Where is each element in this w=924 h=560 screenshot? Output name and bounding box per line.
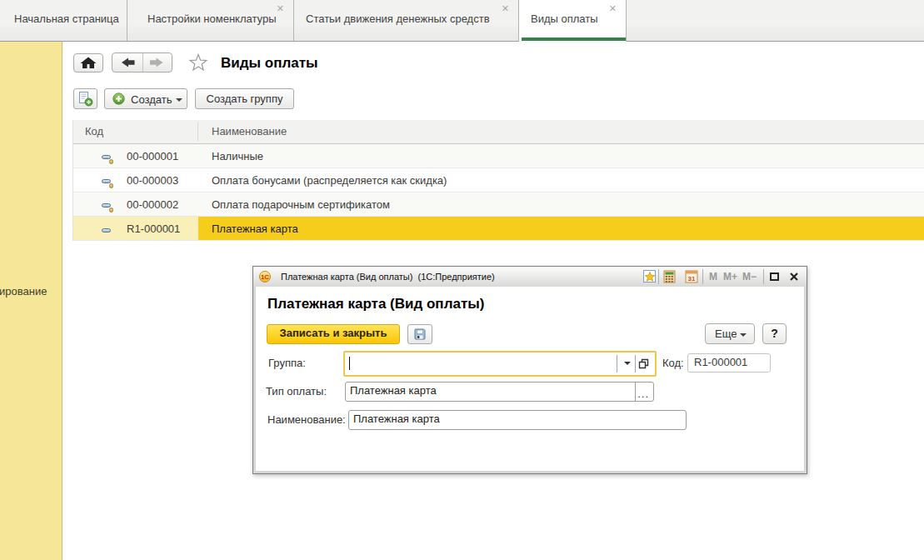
svg-text:1С: 1С bbox=[261, 273, 269, 281]
svg-text:31: 31 bbox=[688, 275, 696, 282]
